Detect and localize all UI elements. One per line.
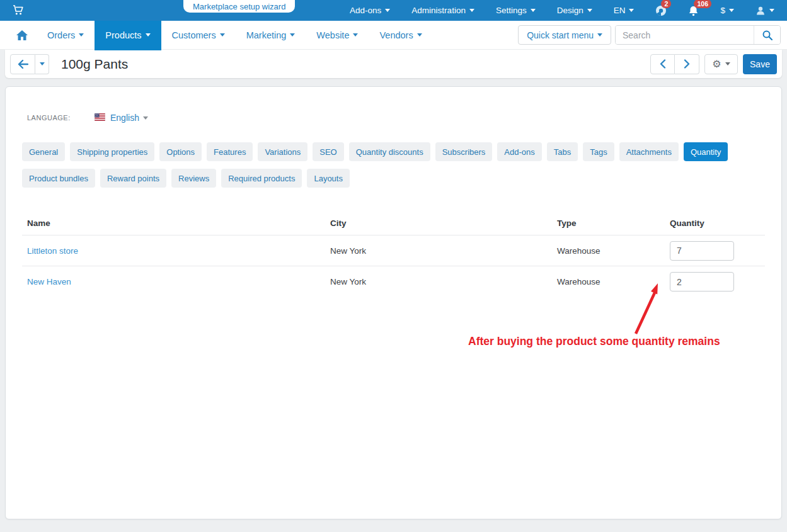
language-select[interactable]: English xyxy=(110,113,148,123)
annotation-arrow xyxy=(623,281,674,341)
menu-design[interactable]: Design xyxy=(557,6,592,15)
chevron-down-icon xyxy=(143,116,148,120)
tab-variations[interactable]: Variations xyxy=(258,142,307,161)
chevron-down-icon xyxy=(417,33,422,37)
tab-required-products[interactable]: Required products xyxy=(221,169,302,188)
currency-selector[interactable]: $ xyxy=(720,6,734,15)
home-icon[interactable] xyxy=(8,21,37,49)
search-button[interactable] xyxy=(754,26,780,44)
nav-item-customers[interactable]: Customers xyxy=(161,21,236,49)
settings-gear-button[interactable]: ⚙ xyxy=(704,54,738,74)
tab-reviews[interactable]: Reviews xyxy=(171,169,216,188)
notifications-bell-icon[interactable]: 106 xyxy=(688,5,699,16)
chevron-down-icon xyxy=(385,9,390,12)
tab-tabs[interactable]: Tabs xyxy=(547,142,578,161)
notifications-badge: 106 xyxy=(694,0,711,8)
chevron-down-icon xyxy=(531,9,536,12)
nav-item-website[interactable]: Website xyxy=(306,21,369,49)
chevron-down-icon xyxy=(40,62,45,65)
tab-attachments[interactable]: Attachments xyxy=(619,142,679,161)
chevron-left-icon xyxy=(660,59,666,69)
table-row: Littleton store New York Warehouse xyxy=(22,235,765,266)
save-button[interactable]: Save xyxy=(743,54,777,74)
back-dropdown-button[interactable] xyxy=(35,54,49,74)
chevron-down-icon xyxy=(729,9,734,12)
chevron-down-icon xyxy=(469,9,474,12)
tab-add-ons[interactable]: Add-ons xyxy=(497,142,541,161)
chevron-right-icon xyxy=(684,59,690,69)
nav-item-marketing[interactable]: Marketing xyxy=(236,21,306,49)
chevron-down-icon xyxy=(769,9,774,12)
top-bar: Marketplace setup wizard Add-ons Adminis… xyxy=(0,0,787,21)
chevron-down-icon xyxy=(597,33,602,37)
main-nav-bar: Orders Products Customers Marketing Webs… xyxy=(0,21,787,50)
news-icon[interactable]: 2 xyxy=(655,5,667,16)
tab-shipping-properties[interactable]: Shipping properties xyxy=(70,142,154,161)
store-type: Warehouse xyxy=(552,246,665,256)
tab-general[interactable]: General xyxy=(22,142,65,161)
tab-layouts[interactable]: Layouts xyxy=(307,169,350,188)
store-link-new-haven[interactable]: New Haven xyxy=(27,277,71,286)
search-input[interactable] xyxy=(616,26,754,44)
column-header-name: Name xyxy=(22,218,325,228)
gear-icon: ⚙ xyxy=(712,59,721,69)
search-icon xyxy=(762,30,773,40)
chevron-down-icon xyxy=(79,33,84,37)
store-link-littleton[interactable]: Littleton store xyxy=(27,246,78,256)
chevron-down-icon xyxy=(353,33,358,37)
previous-product-button[interactable] xyxy=(650,54,675,74)
back-button[interactable] xyxy=(10,54,35,74)
tab-reward-points[interactable]: Reward points xyxy=(100,169,166,188)
tab-features[interactable]: Features xyxy=(207,142,253,161)
quick-start-menu-button[interactable]: Quick start menu xyxy=(518,25,611,45)
column-header-type: Type xyxy=(552,218,665,228)
us-flag-icon xyxy=(95,112,105,123)
tab-options[interactable]: Options xyxy=(159,142,202,161)
tab-quantity-discounts[interactable]: Quantity discounts xyxy=(349,142,430,161)
tab-seo[interactable]: SEO xyxy=(313,142,343,161)
table-header-row: Name City Type Quantity xyxy=(22,212,765,235)
language-label: LANGUAGE: xyxy=(27,114,95,122)
page-header: 100g Pants ⚙ Save xyxy=(5,50,782,78)
next-product-button[interactable] xyxy=(675,54,699,74)
cart-icon[interactable] xyxy=(13,5,24,16)
nav-item-products[interactable]: Products xyxy=(95,21,161,49)
column-header-quantity: Quantity xyxy=(665,218,765,228)
user-icon xyxy=(755,6,766,16)
language-row: LANGUAGE: English xyxy=(6,87,781,123)
menu-administration[interactable]: Administration xyxy=(411,6,474,15)
news-badge: 2 xyxy=(661,0,671,8)
tab-tags[interactable]: Tags xyxy=(583,142,614,161)
product-tabs: General Shipping properties Options Feat… xyxy=(22,142,765,188)
menu-add-ons[interactable]: Add-ons xyxy=(350,6,390,15)
search-box xyxy=(615,25,781,45)
tab-subscribers[interactable]: Subscribers xyxy=(435,142,493,161)
chevron-down-icon xyxy=(146,33,151,37)
quantity-input-new-haven[interactable] xyxy=(670,272,734,291)
chevron-down-icon xyxy=(725,62,730,65)
tab-product-bundles[interactable]: Product bundles xyxy=(22,169,95,188)
product-content-card: LANGUAGE: English Genera xyxy=(5,86,782,519)
menu-settings[interactable]: Settings xyxy=(496,6,536,15)
chevron-down-icon xyxy=(587,9,592,12)
quantity-input-littleton[interactable] xyxy=(670,241,734,261)
arrow-left-icon xyxy=(18,60,28,69)
chevron-down-icon xyxy=(290,33,295,37)
page-title: 100g Pants xyxy=(61,57,128,72)
language-switcher[interactable]: EN xyxy=(614,6,635,15)
marketplace-setup-wizard-button[interactable]: Marketplace setup wizard xyxy=(183,0,295,13)
store-city: New York xyxy=(325,277,552,286)
chevron-down-icon xyxy=(629,9,634,12)
chevron-down-icon xyxy=(220,33,225,37)
nav-item-vendors[interactable]: Vendors xyxy=(369,21,432,49)
nav-item-orders[interactable]: Orders xyxy=(37,21,95,49)
annotation-text: After buying the product some quantity r… xyxy=(468,335,720,348)
column-header-city: City xyxy=(325,218,552,228)
store-city: New York xyxy=(325,246,552,256)
tab-quantity[interactable]: Quantity xyxy=(684,142,728,161)
user-account-menu[interactable] xyxy=(755,6,774,16)
